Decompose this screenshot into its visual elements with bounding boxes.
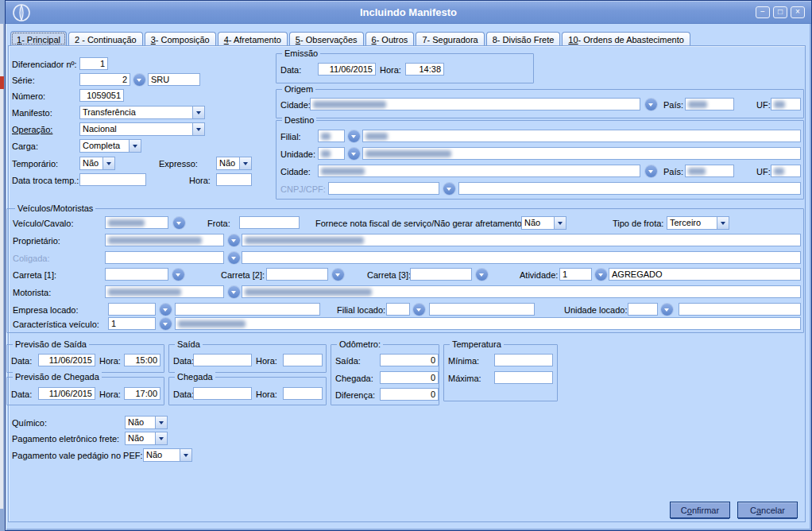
- combo-arrow-icon[interactable]: [192, 123, 204, 135]
- carreta2-input[interactable]: [266, 268, 328, 281]
- atividade-desc-input[interactable]: AGREGADO: [609, 268, 801, 281]
- serie-input[interactable]: 2: [79, 73, 130, 86]
- motorista-input[interactable]: [105, 285, 224, 298]
- temperatura-maxima-input[interactable]: [494, 371, 553, 384]
- tab-afretamento[interactable]: 4 - Afretamento: [218, 32, 288, 46]
- destino-cnpj-lookup-button[interactable]: [443, 183, 455, 195]
- combo-arrow-icon[interactable]: [239, 157, 251, 169]
- proprietario-input[interactable]: [105, 234, 224, 246]
- previsao-saida-hora-input[interactable]: 15:00: [124, 354, 160, 366]
- motorista-lookup-button[interactable]: [228, 286, 240, 298]
- filial-locado-desc-input[interactable]: [429, 303, 535, 316]
- empresa-locado-input[interactable]: [108, 303, 156, 316]
- proprietario-lookup-button[interactable]: [228, 234, 240, 246]
- tab-continuacao[interactable]: 2 - Continuação: [68, 32, 143, 46]
- fornece-nf-select[interactable]: Não: [521, 216, 566, 230]
- emissao-data-input[interactable]: 11/06/2015: [318, 63, 376, 76]
- veiculo-cavalo-input[interactable]: [105, 216, 168, 229]
- origem-pais-input[interactable]: [685, 98, 734, 110]
- carreta3-input[interactable]: [410, 268, 472, 281]
- destino-cnpj-input[interactable]: [328, 182, 439, 195]
- atividade-input[interactable]: 1: [559, 268, 592, 281]
- hora-troca-input[interactable]: [216, 173, 252, 186]
- close-button[interactable]: ×: [791, 6, 805, 18]
- destino-cnpj-desc-input[interactable]: [458, 182, 801, 195]
- veiculo-cavalo-lookup-button[interactable]: [173, 217, 185, 229]
- carga-select[interactable]: Completa: [79, 139, 141, 153]
- previsao-chegada-data-input[interactable]: 11/06/2015: [38, 387, 95, 400]
- combo-arrow-icon[interactable]: [129, 140, 141, 152]
- caracteristica-veiculo-lookup-button[interactable]: [160, 318, 172, 330]
- data-troca-input[interactable]: [79, 173, 146, 186]
- destino-filial-input[interactable]: [318, 130, 345, 142]
- vale-pedagio-select[interactable]: Não: [143, 448, 192, 462]
- combo-arrow-icon[interactable]: [155, 432, 167, 444]
- carreta1-input[interactable]: [105, 268, 168, 281]
- coligada-desc-input[interactable]: [242, 251, 801, 264]
- coligada-lookup-button[interactable]: [228, 252, 240, 264]
- operacao-label[interactable]: Operação:: [12, 125, 52, 134]
- destino-unidade-lookup-button[interactable]: [348, 148, 360, 160]
- carreta3-lookup-button[interactable]: [476, 269, 488, 281]
- serie-tipo-input[interactable]: SRU: [148, 73, 200, 86]
- quimico-select[interactable]: Não: [125, 416, 168, 429]
- confirmar-button[interactable]: Confirmar: [670, 502, 730, 518]
- chegada-data-input[interactable]: [193, 387, 252, 400]
- destino-cidade-input[interactable]: [318, 165, 640, 177]
- maximize-button[interactable]: □: [773, 6, 787, 18]
- tab-composicao[interactable]: 3 - Composição: [145, 32, 216, 46]
- previsao-saida-data-input[interactable]: 11/06/2015: [38, 354, 95, 366]
- origem-cidade-input[interactable]: [310, 98, 640, 110]
- tab-observacoes[interactable]: 5 - Observações: [289, 32, 364, 46]
- empresa-locado-desc-input[interactable]: [175, 303, 320, 316]
- combo-arrow-icon[interactable]: [192, 107, 204, 118]
- origem-cidade-lookup-button[interactable]: [645, 99, 657, 110]
- operacao-select[interactable]: Nacional: [79, 122, 205, 136]
- destino-filial-lookup-button[interactable]: [348, 130, 360, 142]
- odometro-saida-input[interactable]: 0: [380, 354, 439, 366]
- temporario-select[interactable]: Não: [79, 157, 115, 170]
- empresa-locado-lookup-button[interactable]: [160, 304, 172, 316]
- unidade-locado-input[interactable]: [628, 303, 658, 316]
- destino-uf-input[interactable]: [771, 165, 801, 177]
- proprietario-desc-input[interactable]: [242, 234, 801, 246]
- tab-principal[interactable]: 1 - Principal: [10, 31, 67, 46]
- filial-locado-input[interactable]: [386, 303, 410, 316]
- destino-unidade-input[interactable]: [318, 147, 345, 160]
- origem-uf-input[interactable]: [771, 98, 801, 110]
- tab-ordens-abastecimento[interactable]: 10 - Ordens de Abastecimento: [562, 32, 690, 46]
- destino-pais-input[interactable]: [685, 165, 734, 177]
- combo-arrow-icon[interactable]: [155, 417, 167, 428]
- frota-input[interactable]: [239, 216, 300, 229]
- manifesto-select[interactable]: Transferência: [79, 106, 205, 119]
- odometro-diferenca-input[interactable]: 0: [380, 388, 439, 401]
- unidade-locado-desc-input[interactable]: [679, 303, 801, 316]
- motorista-desc-input[interactable]: [242, 285, 801, 298]
- combo-arrow-icon[interactable]: [554, 217, 566, 229]
- destino-unidade-desc-input[interactable]: [362, 147, 801, 160]
- emissao-hora-input[interactable]: 14:38: [405, 63, 444, 76]
- previsao-chegada-hora-input[interactable]: 17:00: [124, 387, 160, 400]
- pagamento-eletronico-select[interactable]: Não: [125, 432, 168, 445]
- carreta2-lookup-button[interactable]: [332, 269, 344, 281]
- tab-outros[interactable]: 6 - Outros: [365, 32, 415, 46]
- tab-divisao-frete[interactable]: 8- Divisão Frete: [486, 32, 561, 46]
- destino-filial-desc-input[interactable]: [362, 130, 801, 142]
- combo-arrow-icon[interactable]: [102, 157, 114, 169]
- caracteristica-veiculo-input[interactable]: 1: [108, 317, 156, 330]
- tab-seguradora[interactable]: 7- Seguradora: [416, 32, 484, 46]
- combo-arrow-icon[interactable]: [717, 217, 729, 229]
- saida-hora-input[interactable]: [283, 354, 323, 366]
- temperatura-minima-input[interactable]: [494, 354, 553, 366]
- destino-cidade-lookup-button[interactable]: [645, 165, 657, 177]
- expresso-select[interactable]: Não: [216, 157, 252, 170]
- numero-input[interactable]: 1059051: [79, 89, 124, 102]
- combo-arrow-icon[interactable]: [180, 449, 191, 461]
- caracteristica-veiculo-desc-input[interactable]: [175, 317, 801, 330]
- carreta1-lookup-button[interactable]: [172, 269, 184, 281]
- atividade-lookup-button[interactable]: [595, 269, 607, 281]
- filial-locado-lookup-button[interactable]: [413, 304, 425, 316]
- minimize-button[interactable]: −: [756, 6, 770, 18]
- diferenciador-input[interactable]: 1: [79, 57, 108, 70]
- cancelar-button[interactable]: Cancelar: [737, 502, 798, 518]
